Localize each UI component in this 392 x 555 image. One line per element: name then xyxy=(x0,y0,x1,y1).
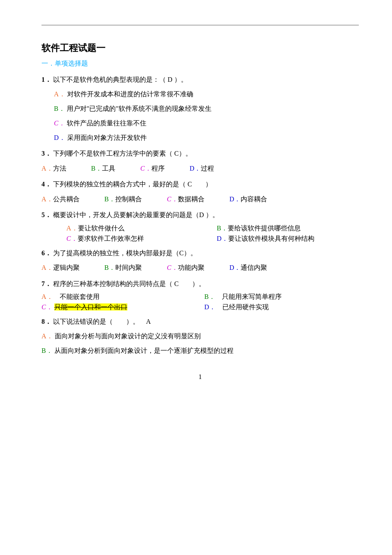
q7-options: A． 不能嵌套使用 B． 只能用来写简单程序 C． 只能一个入口和一个出口 D．… xyxy=(41,293,359,312)
q1-b-label: B． xyxy=(54,105,65,112)
q6-opt-d: D．通信内聚 xyxy=(229,262,268,274)
q4-opt-d: D．内容耦合 xyxy=(229,193,268,205)
q1-c-text: 软件产品的质量往往靠不住 xyxy=(67,120,146,127)
q7-c-highlighted: 只能一个入口和一个出口 xyxy=(54,303,127,311)
q8-body: 以下说法错误的是（ ）。 A xyxy=(53,318,151,325)
q6-options: A．逻辑内聚 B．时间内聚 C．功能内聚 D．通信内聚 xyxy=(41,262,359,274)
question-4-text: 4． 下列模块的独立性的耦合方式中，最好的是（ C ） xyxy=(41,178,359,190)
q4-options: A．公共耦合 B．控制耦合 C．数据耦合 D．内容耦合 xyxy=(41,193,359,205)
q8-b-label: B． xyxy=(41,347,53,354)
question-6-text: 6． 为了提高模块的独立性，模块内部最好是（C）。 xyxy=(41,247,359,259)
question-3-text: 3． 下列哪个不是软件工程方法学中的要素（ C）。 xyxy=(41,148,359,159)
q7-num: 7． xyxy=(41,280,51,287)
q1-a-text: 对软件开发成本和进度的估计常常很不准确 xyxy=(67,90,193,98)
q3-opt-c: C．程序 xyxy=(140,163,165,175)
q4-opt-b: B．控制耦合 xyxy=(105,193,142,205)
q4-opt-c: C．数据耦合 xyxy=(167,193,205,205)
question-6: 6． 为了提高模块的独立性，模块内部最好是（C）。 A．逻辑内聚 B．时间内聚 … xyxy=(41,247,359,274)
question-7: 7． 程序的三种基本控制结构的共同特点是（ C ）。 A． 不能嵌套使用 B． … xyxy=(41,278,359,312)
q8-num: 8． xyxy=(41,318,51,325)
question-5: 5． 概要设计中，开发人员要解决的最重要的问题是（D ）。 A．要让软件做什么 … xyxy=(41,209,359,243)
q6-opt-c: C．功能内聚 xyxy=(167,262,205,274)
q1-opt-a: A． 对软件开发成本和进度的估计常常很不准确 xyxy=(41,88,359,100)
q1-opt-d: D． 采用面向对象方法开发软件 xyxy=(41,132,359,144)
top-divider xyxy=(41,25,359,25)
q1-b-text: 用户对"已完成的"软件系统不满意的现象经常发生 xyxy=(67,105,212,112)
page: 软件工程试题一 一．单项选择题 1． 以下不是软件危机的典型表现的是：（ D ）… xyxy=(0,0,392,406)
q3-body: 下列哪个不是软件工程方法学中的要素（ C）。 xyxy=(53,150,192,157)
question-8-text: 8． 以下说法错误的是（ ）。 A xyxy=(41,316,359,327)
q3-num: 3． xyxy=(41,150,51,157)
q3-opt-d: D．过程 xyxy=(190,163,214,175)
question-4: 4． 下列模块的独立性的耦合方式中，最好的是（ C ） A．公共耦合 B．控制耦… xyxy=(41,178,359,205)
q5-num: 5． xyxy=(41,211,51,218)
q1-num: 1． xyxy=(41,76,51,83)
question-5-text: 5． 概要设计中，开发人员要解决的最重要的问题是（D ）。 xyxy=(41,209,359,220)
q4-num: 4． xyxy=(41,181,51,188)
question-1-text: 1． 以下不是软件危机的典型表现的是：（ D ）。 xyxy=(41,74,359,85)
section-header: 一．单项选择题 xyxy=(41,59,359,68)
q3-options: A．方法 B．工具 C．程序 D．过程 xyxy=(41,163,359,175)
question-3: 3． 下列哪个不是软件工程方法学中的要素（ C）。 A．方法 B．工具 C．程序… xyxy=(41,148,359,174)
q1-body: 以下不是软件危机的典型表现的是：（ D ）。 xyxy=(53,76,187,83)
q1-c-label: C． xyxy=(54,120,65,127)
q1-opt-b: B． 用户对"已完成的"软件系统不满意的现象经常发生 xyxy=(41,103,359,115)
q6-opt-b: B．时间内聚 xyxy=(105,262,142,274)
q4-opt-a: A．公共耦合 xyxy=(41,193,80,205)
question-8: 8． 以下说法错误的是（ ）。 A A． 面向对象分析与面向对象设计的定义没有明… xyxy=(41,316,359,357)
q7-body: 程序的三种基本控制结构的共同特点是（ C ）。 xyxy=(53,280,205,287)
page-title: 软件工程试题一 xyxy=(41,42,359,54)
q1-d-label: D． xyxy=(54,134,66,141)
q5-opt-c: C．要求软件工作效率怎样 xyxy=(66,235,209,243)
q6-opt-a: A．逻辑内聚 xyxy=(41,262,80,274)
q5-opt-d: D．要让该软件模块具有何种结构 xyxy=(217,235,359,243)
q8-a-label: A． xyxy=(41,333,53,340)
q7-opt-b: B． 只能用来写简单程序 xyxy=(205,293,359,301)
q7-opt-c: C． 只能一个入口和一个出口 xyxy=(41,303,196,312)
q4-body: 下列模块的独立性的耦合方式中，最好的是（ C ） xyxy=(53,181,212,188)
q6-body: 为了提高模块的独立性，模块内部最好是（C）。 xyxy=(53,249,197,257)
q5-body: 概要设计中，开发人员要解决的最重要的问题是（D ）。 xyxy=(53,211,219,218)
q3-opt-b: B．工具 xyxy=(91,163,116,175)
q5-opt-b: B．要给该软件提供哪些信息 xyxy=(217,224,359,233)
page-number: 1 xyxy=(41,373,359,381)
q8-opt-a: A． 面向对象分析与面向对象设计的定义没有明显区别 xyxy=(41,330,359,342)
q3-opt-a: A．方法 xyxy=(41,163,66,175)
q1-d-text: 采用面向对象方法开发软件 xyxy=(67,134,147,141)
q7-opt-d: D． 已经用硬件实现 xyxy=(205,303,359,312)
q6-num: 6． xyxy=(41,249,51,257)
q8-b-text: 从面向对象分析到面向对象设计，是一个逐渐扩充模型的过程 xyxy=(54,347,234,354)
q5-options: A．要让软件做什么 B．要给该软件提供哪些信息 C．要求软件工作效率怎样 D．要… xyxy=(41,224,359,243)
q8-a-text: 面向对象分析与面向对象设计的定义没有明显区别 xyxy=(55,333,201,340)
question-7-text: 7． 程序的三种基本控制结构的共同特点是（ C ）。 xyxy=(41,278,359,289)
q1-a-label: A． xyxy=(54,90,66,98)
q5-opt-a: A．要让软件做什么 xyxy=(66,224,209,233)
question-1: 1． 以下不是软件危机的典型表现的是：（ D ）。 A． 对软件开发成本和进度的… xyxy=(41,74,359,144)
q7-opt-a: A． 不能嵌套使用 xyxy=(41,293,196,301)
q1-opt-c: C． 软件产品的质量往往靠不住 xyxy=(41,117,359,130)
q8-opt-b: B． 从面向对象分析到面向对象设计，是一个逐渐扩充模型的过程 xyxy=(41,345,359,357)
